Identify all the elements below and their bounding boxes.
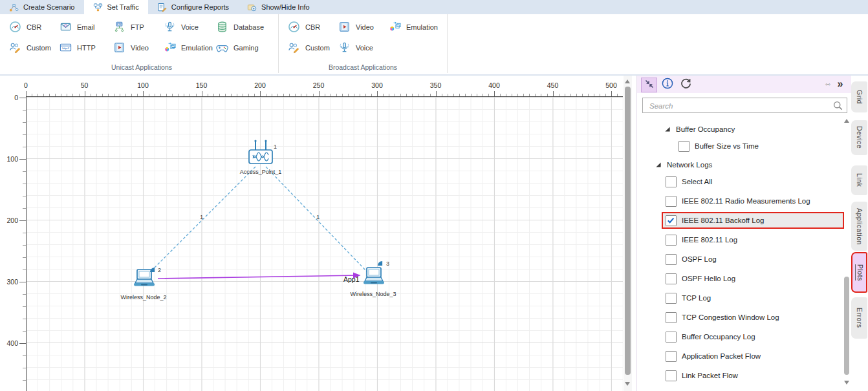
ribbon-button-video-unicast[interactable]: Video [113,40,149,56]
tab-create-scenario[interactable]: Create Scenario [0,0,84,14]
checkbox[interactable] [666,215,677,226]
scroll-up-arrow-icon[interactable] [844,119,849,123]
ribbon-button-label: HTTP [77,44,96,52]
v-ruler-label: 200 [3,217,18,224]
side-tab-errors[interactable]: Errors [851,297,867,339]
tab-show-hide-info[interactable]: Show/Hide Info [238,0,319,14]
ruler-tick [453,94,454,96]
search-input[interactable] [648,100,825,112]
panel-toolbar: ⇿ » [637,76,852,93]
ruler-tick [49,94,50,96]
tree-item-buffer-occupancy-log[interactable]: Buffer Occupancy Log [662,328,755,345]
link-port-label: 1 [316,213,320,220]
video-icon [113,41,126,54]
ruler-tick [570,94,571,96]
ribbon-button-label: Emulation [406,23,438,31]
info-button[interactable] [660,78,675,91]
canvas-vertical-scrollbar[interactable] [624,76,632,391]
ruler-tick [400,94,401,96]
ribbon-button-database-unicast[interactable]: Database [216,19,264,35]
node-access-point-1[interactable] [246,138,275,168]
scrollbar-thumb[interactable] [625,87,631,375]
h-ruler-label: 300 [371,81,383,89]
expand-chevron-icon[interactable]: » [834,76,847,92]
checkbox[interactable] [666,332,677,343]
h-ruler-label: 500 [605,81,617,89]
side-tab-link[interactable]: Link [851,165,867,195]
checkbox[interactable] [666,293,677,304]
ruler-tick [483,94,483,96]
ruler-tick [529,94,530,96]
scrollbar-thumb[interactable] [844,277,849,375]
ruler-tick [96,94,97,96]
tree-item-tcp-congestion-window-log[interactable]: TCP Congestion Window Log [662,309,779,326]
checkbox[interactable] [666,254,677,265]
ruler-tick [600,94,600,96]
ribbon-button-emulation-broadcast[interactable]: Emulation [389,19,438,35]
tab-configure-reports[interactable]: Configure Reports [148,0,238,14]
ribbon-button-ftp-unicast[interactable]: FTPFTP [113,19,144,35]
ruler-tick [383,94,384,96]
ruler-tick [19,159,26,160]
tree-item-select-all[interactable]: Select All [662,173,712,190]
checkbox[interactable] [666,273,677,284]
tree-item-buffer-size-vs-time[interactable]: Buffer Size vs Time [675,138,759,154]
tree-item-application-packet-flow[interactable]: Application Packet Flow [662,348,761,365]
checkbox[interactable] [666,312,677,323]
ruler-tick [23,196,26,196]
ruler-tick [19,98,26,98]
tree-item-ieee-802-11-log[interactable]: IEEE 802.11 Log [662,231,737,248]
side-tab-grid[interactable]: Grid [851,81,867,112]
ribbon-button-cbr-broadcast[interactable]: CBR [288,19,320,35]
email-icon [60,21,72,34]
refresh-button[interactable] [678,78,693,91]
ribbon-button-video-broadcast[interactable]: Video [338,19,374,35]
ribbon-button-voice-broadcast[interactable]: Voice [338,40,373,56]
tree-item-ieee-802-11-radio-measurements-log[interactable]: IEEE 802.11 Radio Measurements Log [662,193,810,209]
checkbox[interactable] [666,370,677,381]
ribbon-button-gaming-unicast[interactable]: Gaming [216,40,259,56]
checkbox[interactable] [666,196,677,207]
tab-set-traffic[interactable]: Set Traffic [84,0,148,14]
expanded-triangle-icon[interactable] [655,162,662,168]
ruler-tick [184,94,184,96]
ftp-icon: FTP [113,21,126,34]
checkbox[interactable] [666,351,677,362]
tree-item-tcp-log[interactable]: TCP Log [662,290,711,306]
side-tab-plots[interactable]: Plots [851,252,867,293]
ribbon-button-custom-unicast[interactable]: Custom [9,40,51,56]
ruler-tick [19,220,26,221]
side-tab-application[interactable]: Application [851,202,867,251]
tree-group-buffer-occupancy[interactable]: Buffer Occupancy [660,121,735,138]
pin-panel-icon[interactable]: ⇿ [823,79,832,89]
tree-item-ospf-hello-log[interactable]: OSPF Hello Log [662,270,735,287]
ribbon-group-title: Broadcast Applications [279,63,447,71]
tree-item-link-packet-flow[interactable]: Link Packet Flow [662,367,738,384]
checkbox[interactable] [666,176,677,187]
checkbox[interactable] [678,141,689,152]
tree-item-ieee-802-11-backoff-log[interactable]: IEEE 802.11 Backoff Log [662,212,844,229]
tree-group-network-logs[interactable]: Network Logs [651,156,712,173]
expanded-triangle-icon[interactable] [664,126,671,132]
ribbon-button-emulation-unicast[interactable]: Emulation [164,40,213,56]
side-tab-strip: GridDeviceLinkApplicationPlotsErrors [851,76,868,391]
tree-item-ospf-log[interactable]: OSPF Log [662,251,717,268]
ribbon-button-cbr-unicast[interactable]: CBR [9,19,41,35]
port-label: 1 [274,143,277,150]
ruler-tick [143,91,144,96]
scroll-down-arrow-icon[interactable] [625,382,630,386]
ribbon-button-http-unicast[interactable]: http://HTTP [60,40,96,56]
v-ruler-label: 300 [3,278,18,286]
network-canvas[interactable]: 050100150200250300350400450500 010020030… [0,76,633,391]
ruler-tick [325,94,325,96]
scroll-up-arrow-icon[interactable] [625,79,630,83]
checkbox[interactable] [666,235,677,246]
collapse-panel-button[interactable] [641,78,657,92]
node-wireless-node-3[interactable] [362,266,386,288]
ribbon-button-custom-broadcast[interactable]: Custom [288,40,330,56]
scroll-down-arrow-icon[interactable] [844,381,849,385]
side-tab-device[interactable]: Device [851,120,867,155]
ribbon-button-voice-unicast[interactable]: Voice [164,19,199,35]
ribbon-button-email-unicast[interactable]: Email [60,19,95,35]
ruler-tick [160,94,161,96]
